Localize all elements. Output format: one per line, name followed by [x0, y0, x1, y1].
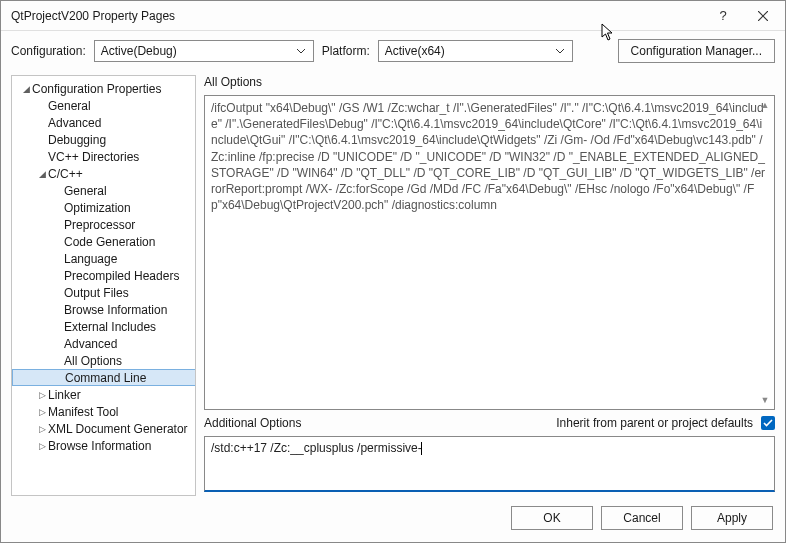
property-pages-dialog: QtProjectV200 Property Pages ? Configura…	[0, 0, 786, 543]
tree-item[interactable]: ▷Browse Information	[12, 437, 196, 454]
dialog-footer: OK Cancel Apply	[1, 496, 785, 542]
tree-item[interactable]: ▷Manifest Tool	[12, 403, 196, 420]
tree-item[interactable]: Debugging	[12, 131, 196, 148]
tree-item[interactable]: Language	[12, 250, 196, 267]
dialog-body: ◢ Configuration Properties General Advan…	[1, 75, 785, 496]
all-options-label: All Options	[204, 75, 775, 89]
tree-item-cpp[interactable]: ◢ C/C++	[12, 165, 196, 182]
all-options-text: /ifcOutput "x64\Debug\" /GS /W1 /Zc:wcha…	[211, 101, 765, 212]
configuration-value: Active(Debug)	[101, 44, 293, 58]
config-row: Configuration: Active(Debug) Platform: A…	[1, 31, 785, 75]
configuration-label: Configuration:	[11, 44, 86, 58]
tree-item[interactable]: ▷XML Document Generator	[12, 420, 196, 437]
additional-options-header: Additional Options Inherit from parent o…	[204, 416, 775, 430]
tree-item[interactable]: Advanced	[12, 335, 196, 352]
expand-icon[interactable]: ▷	[36, 390, 48, 400]
additional-options-value: /std:c++17 /Zc:__cplusplus /permissive-	[211, 441, 422, 455]
expand-icon[interactable]: ▷	[36, 407, 48, 417]
text-caret	[421, 442, 422, 455]
all-options-textbox[interactable]: /ifcOutput "x64\Debug\" /GS /W1 /Zc:wcha…	[204, 95, 775, 410]
tree-item[interactable]: General	[12, 182, 196, 199]
tree-item[interactable]: General	[12, 97, 196, 114]
expand-icon[interactable]: ▷	[36, 441, 48, 451]
main-pane: All Options /ifcOutput "x64\Debug\" /GS …	[204, 75, 775, 496]
chevron-down-icon	[293, 49, 309, 54]
platform-dropdown[interactable]: Active(x64)	[378, 40, 573, 62]
tree-item[interactable]: Precompiled Headers	[12, 267, 196, 284]
collapse-icon[interactable]: ◢	[36, 169, 48, 179]
tree-item[interactable]: Code Generation	[12, 233, 196, 250]
titlebar: QtProjectV200 Property Pages ?	[1, 1, 785, 31]
apply-button[interactable]: Apply	[691, 506, 773, 530]
inherit-label: Inherit from parent or project defaults	[556, 416, 753, 430]
inherit-checkbox[interactable]	[761, 416, 775, 430]
checkmark-icon	[763, 419, 773, 427]
tree-item[interactable]: Advanced	[12, 114, 196, 131]
chevron-down-icon	[552, 49, 568, 54]
configuration-dropdown[interactable]: Active(Debug)	[94, 40, 314, 62]
collapse-icon[interactable]: ◢	[20, 84, 32, 94]
platform-value: Active(x64)	[385, 44, 552, 58]
additional-options-input[interactable]: /std:c++17 /Zc:__cplusplus /permissive-	[204, 436, 775, 492]
platform-label: Platform:	[322, 44, 370, 58]
expand-icon[interactable]: ▷	[36, 424, 48, 434]
close-icon	[758, 11, 768, 21]
tree-item-command-line[interactable]: Command Line	[12, 369, 196, 386]
tree-item[interactable]: ▷Linker	[12, 386, 196, 403]
tree-root-item[interactable]: ◢ Configuration Properties	[12, 80, 196, 97]
window-title: QtProjectV200 Property Pages	[11, 9, 703, 23]
additional-options-label: Additional Options	[204, 416, 301, 430]
cancel-button[interactable]: Cancel	[601, 506, 683, 530]
tree-item[interactable]: All Options	[12, 352, 196, 369]
scroll-up-icon[interactable]: ▲	[758, 98, 772, 112]
configuration-manager-button[interactable]: Configuration Manager...	[618, 39, 775, 63]
property-tree[interactable]: ◢ Configuration Properties General Advan…	[11, 75, 196, 496]
help-button[interactable]: ?	[703, 2, 743, 30]
tree-item[interactable]: Output Files	[12, 284, 196, 301]
tree-item[interactable]: Optimization	[12, 199, 196, 216]
close-button[interactable]	[743, 2, 783, 30]
tree-item[interactable]: Browse Information	[12, 301, 196, 318]
scroll-down-icon[interactable]: ▼	[758, 393, 772, 407]
tree-item[interactable]: VC++ Directories	[12, 148, 196, 165]
help-icon: ?	[719, 8, 726, 23]
tree-item[interactable]: External Includes	[12, 318, 196, 335]
tree-item[interactable]: Preprocessor	[12, 216, 196, 233]
ok-button[interactable]: OK	[511, 506, 593, 530]
